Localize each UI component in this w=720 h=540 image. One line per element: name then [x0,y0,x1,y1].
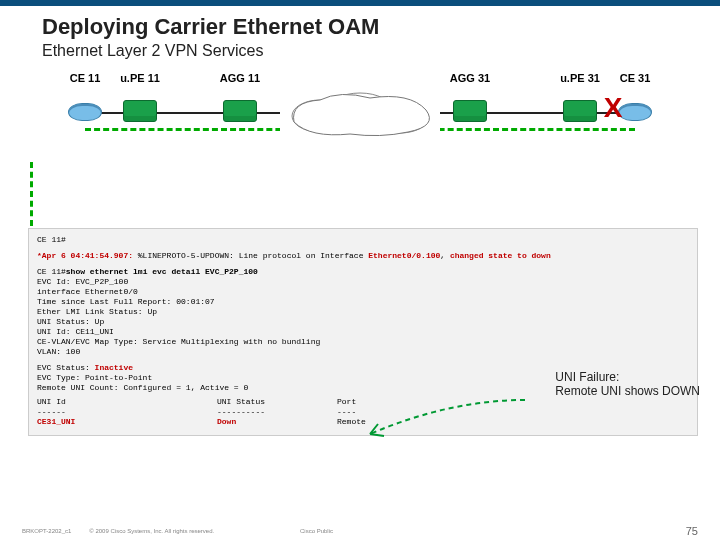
tbl-d1: ------ [37,407,217,417]
label-ce31: CE 31 [620,72,651,84]
cli-uni-table: UNI Id ------ CE31_UNI UNI Status ------… [37,397,689,427]
footer-copyright: © 2009 Cisco Systems, Inc. All rights re… [89,528,214,534]
cli-l2: interface Ethernet0/0 [37,287,689,297]
device-ce31-router [618,100,652,124]
footer-page-number: 75 [686,525,698,537]
tbl-v1: CE31_UNI [37,417,217,427]
tbl-d2: ---------- [217,407,337,417]
device-agg11-switch [223,100,257,124]
tbl-v3: Remote [337,417,457,427]
cli-output-block: CE 11# *Apr 6 04:41:54.907: %LINEPROTO-5… [28,228,698,436]
cli-l3: Time since Last Full Report: 00:01:07 [37,297,689,307]
cli-l6: UNI Id: CE11_UNI [37,327,689,337]
log-comma: , [440,251,450,260]
topology-diagram: CE 11 u.PE 11 AGG 11 AGG 31 u.PE 31 CE 3… [0,72,720,182]
footer-code: BRKOPT-2202_c1 [22,528,71,534]
device-upe31-switch [563,100,597,124]
slide-subtitle: Ethernet Layer 2 VPN Services [0,40,720,60]
label-ce11: CE 11 [70,72,101,84]
fault-x-icon: X [604,92,623,124]
annot-line1: UNI Failure: [555,370,700,384]
cli-l7: CE-VLAN/EVC Map Type: Service Multiplexi… [37,337,689,347]
cli-log-line: *Apr 6 04:41:54.907: %LINEPROTO-5-UPDOWN… [37,251,689,261]
annot-line2: Remote UNI shows DOWN [555,384,700,398]
cli-cmd-line: CE 11#show ethernet lmi evc detail EVC_P… [37,267,689,277]
device-agg31-switch [453,100,487,124]
cli-command: show ethernet lmi evc detail EVC_P2P_100 [66,267,258,276]
cli-l4: Ether LMI Link Status: Up [37,307,689,317]
cli-prompt2: CE 11# [37,267,66,276]
tbl-d3: ---- [337,407,457,417]
label-upe11: u.PE 11 [120,72,160,84]
tbl-h1: UNI Id [37,397,217,407]
cli-l5: UNI Status: Up [37,317,689,327]
log-interface: Ethernet0/0.100 [368,251,440,260]
tbl-v2: Down [217,417,337,427]
cli-l8: VLAN: 100 [37,347,689,357]
annotation-box: UNI Failure: Remote UNI shows DOWN [555,370,700,398]
slide-title: Deploying Carrier Ethernet OAM [0,6,720,40]
label-agg11: AGG 11 [220,72,260,84]
tbl-h2: UNI Status [217,397,337,407]
label-agg31: AGG 31 [450,72,490,84]
trace-down-line [30,162,33,226]
cli-prompt: CE 11# [37,235,689,245]
slide-footer: BRKOPT-2202_c1 © 2009 Cisco Systems, Inc… [0,528,720,534]
cli-l9-label: EVC Status: [37,363,95,372]
log-state: changed state to down [450,251,551,260]
device-upe11-switch [123,100,157,124]
label-upe31: u.PE 31 [560,72,600,84]
log-timestamp: *Apr 6 04:41:54.907: [37,251,133,260]
tbl-h3: Port [337,397,457,407]
cli-l1: EVC Id: EVC_P2P_100 [37,277,689,287]
core-cloud [280,92,440,136]
footer-public: Cisco Public [300,528,333,534]
device-ce11-router [68,100,102,124]
log-message: %LINEPROTO-5-UPDOWN: Line protocol on In… [133,251,368,260]
cli-l9-value: Inactive [95,363,133,372]
